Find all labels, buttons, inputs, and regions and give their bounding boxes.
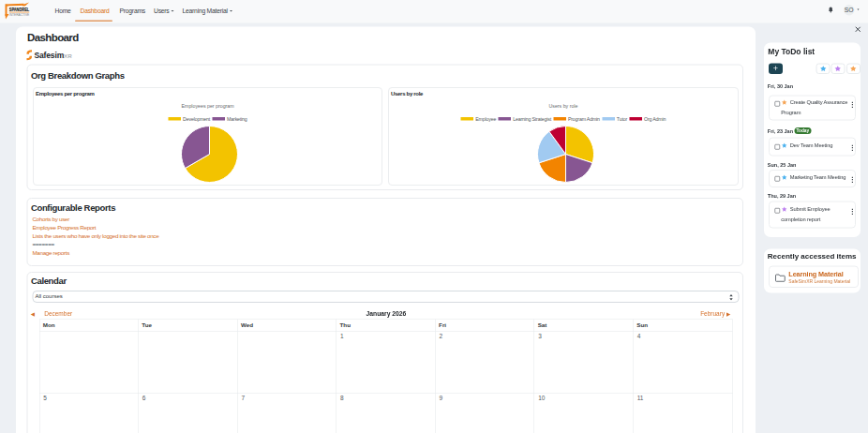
svg-text:SPANDREL: SPANDREL	[9, 7, 30, 12]
svg-text:INTERACTIVE: INTERACTIVE	[9, 13, 30, 17]
